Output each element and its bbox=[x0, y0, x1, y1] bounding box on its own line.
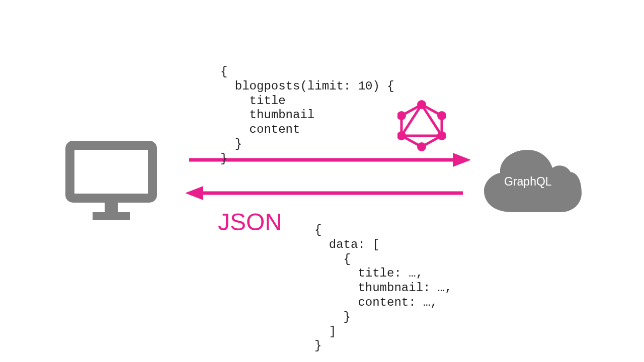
json-label: JSON bbox=[218, 208, 282, 236]
json-response-code: { data: [ { title: …, thumbnail: …, cont… bbox=[314, 223, 452, 353]
svg-rect-2 bbox=[93, 212, 130, 220]
svg-rect-1 bbox=[105, 200, 118, 212]
monitor-icon bbox=[65, 141, 157, 221]
response-arrow bbox=[185, 184, 465, 202]
svg-point-12 bbox=[417, 142, 426, 151]
graphql-logo-icon bbox=[397, 100, 446, 152]
svg-marker-8 bbox=[401, 105, 442, 136]
svg-rect-0 bbox=[70, 145, 152, 198]
graphql-query-code: { blogposts(limit: 10) { title thumbnail… bbox=[220, 65, 394, 166]
diagram-canvas: GraphQL { blogposts(limit: 10) { title t… bbox=[0, 0, 644, 362]
server-label: GraphQL bbox=[504, 175, 552, 189]
svg-point-9 bbox=[417, 100, 426, 109]
svg-marker-6 bbox=[185, 186, 203, 200]
svg-marker-4 bbox=[453, 153, 471, 167]
